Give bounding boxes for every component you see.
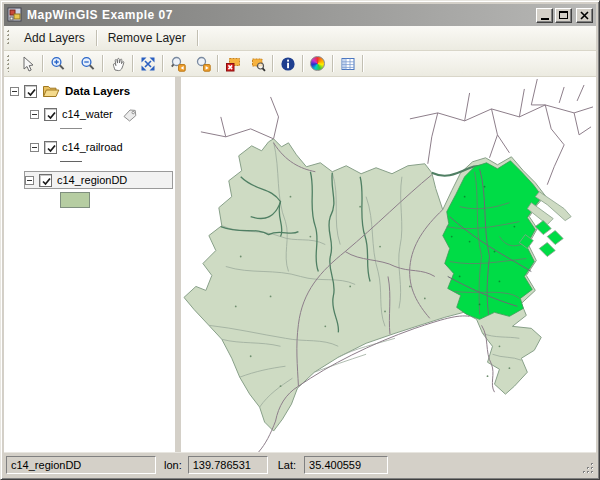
window-title: MapWinGIS Example 07	[27, 8, 534, 22]
minimize-button[interactable]	[536, 8, 553, 23]
check-icon	[45, 109, 58, 122]
toolbar-separator	[302, 55, 303, 73]
check-icon	[25, 86, 38, 99]
toolbar-separator	[102, 55, 103, 73]
toolbar-separator	[42, 55, 43, 73]
lat-value-text: 35.400559	[309, 459, 361, 471]
close-button[interactable]	[576, 8, 593, 23]
check-icon	[45, 142, 58, 155]
zoom-next-button[interactable]	[190, 52, 215, 75]
pan-button[interactable]	[105, 52, 130, 75]
tag-icon	[122, 107, 138, 122]
lon-value-text: 139.786531	[193, 459, 251, 471]
table-icon	[340, 56, 356, 72]
select-by-box-button[interactable]	[245, 52, 270, 75]
toolbar-separator	[332, 55, 333, 73]
folder-icon	[42, 84, 60, 98]
zoom-in-button[interactable]	[45, 52, 70, 75]
status-lat-value: 35.400559	[304, 456, 388, 474]
title-bar[interactable]: MapWinGIS Example 07	[4, 4, 596, 26]
zoom-out-icon	[80, 56, 96, 72]
select-pointer-button[interactable]	[15, 52, 40, 75]
toolbar-separator	[132, 55, 133, 73]
zoom-full-extent-button[interactable]	[135, 52, 160, 75]
color-wheel-icon	[310, 56, 325, 71]
water-line-symbol[interactable]	[60, 128, 82, 129]
zoom-previous-icon	[170, 56, 186, 72]
clear-selection-button[interactable]	[220, 52, 245, 75]
tree-node-c14-water[interactable]: c14_water	[30, 105, 175, 123]
toolbar-separator	[217, 55, 218, 73]
resize-grip[interactable]	[582, 462, 595, 475]
menu-separator	[96, 30, 97, 47]
menu-separator	[197, 30, 198, 47]
selected-layer-text: c14_regionDD	[11, 459, 81, 471]
identify-button[interactable]	[275, 52, 300, 75]
layer-visibility-checkbox[interactable]	[24, 85, 37, 98]
tool-bar	[4, 51, 596, 77]
app-icon	[7, 7, 23, 23]
menu-grip[interactable]	[7, 30, 12, 47]
select-box-icon	[250, 56, 266, 72]
railroad-line-symbol[interactable]	[60, 161, 82, 162]
tree-node-label[interactable]: Data Layers	[65, 85, 130, 97]
status-selected-layer: c14_regionDD	[6, 456, 156, 474]
layer-visibility-checkbox[interactable]	[39, 174, 52, 187]
app-window: MapWinGIS Example 07 Add Layers Remove L…	[0, 0, 600, 480]
attribute-table-button[interactable]	[335, 52, 360, 75]
maximize-button[interactable]	[555, 8, 572, 23]
full-extent-icon	[140, 56, 156, 72]
tree-node-c14-regiondd-selected[interactable]: c14_regionDD	[24, 171, 173, 189]
pointer-icon	[20, 56, 36, 72]
close-icon	[580, 11, 589, 20]
layer-visibility-checkbox[interactable]	[44, 141, 57, 154]
status-bar: c14_regionDD lon: 139.786531 Lat: 35.400…	[4, 452, 596, 476]
lon-label: lon:	[164, 459, 182, 471]
content-area: Data Layers c14_water	[4, 77, 596, 452]
pan-hand-icon	[110, 56, 126, 72]
toolbar-separator	[162, 55, 163, 73]
menu-remove-layer[interactable]: Remove Layer	[99, 28, 195, 48]
collapse-toggle[interactable]	[30, 110, 39, 119]
map-drawing	[181, 77, 596, 452]
collapse-toggle[interactable]	[30, 143, 39, 152]
tree-node-c14-railroad[interactable]: c14_railroad	[30, 138, 175, 156]
clear-selection-icon	[225, 56, 241, 72]
tree-node-label[interactable]: c14_water	[62, 108, 113, 120]
region-fill-symbol[interactable]	[60, 192, 90, 208]
info-icon	[280, 56, 296, 72]
toolbar-grip[interactable]	[7, 55, 12, 73]
toolbar-separator	[72, 55, 73, 73]
menu-add-layers[interactable]: Add Layers	[15, 28, 94, 48]
collapse-toggle[interactable]	[25, 176, 34, 185]
zoom-out-button[interactable]	[75, 52, 100, 75]
tree-node-data-layers[interactable]: Data Layers	[10, 82, 175, 100]
zoom-in-icon	[50, 56, 66, 72]
toolbar-separator	[362, 55, 363, 73]
map-canvas[interactable]	[181, 77, 596, 452]
layer-visibility-checkbox[interactable]	[44, 108, 57, 121]
tree-node-label[interactable]: c14_regionDD	[57, 174, 127, 186]
check-icon	[40, 175, 53, 188]
maximize-icon	[559, 11, 568, 19]
legend-panel: Data Layers c14_water	[4, 77, 175, 452]
toolbar-separator	[272, 55, 273, 73]
menu-bar: Add Layers Remove Layer	[4, 26, 596, 51]
collapse-toggle[interactable]	[10, 87, 19, 96]
zoom-next-icon	[195, 56, 211, 72]
minimize-icon	[541, 18, 549, 20]
lat-label: Lat:	[278, 459, 296, 471]
symbology-button[interactable]	[305, 52, 330, 75]
status-lon-value: 139.786531	[188, 456, 268, 474]
zoom-previous-button[interactable]	[165, 52, 190, 75]
tree-node-label[interactable]: c14_railroad	[62, 141, 123, 153]
